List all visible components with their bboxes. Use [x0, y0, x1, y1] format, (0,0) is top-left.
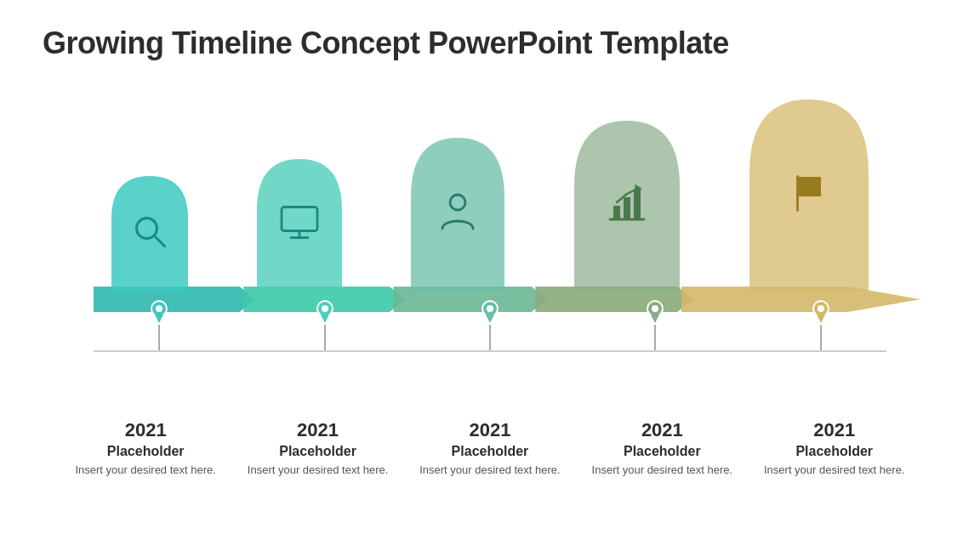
svg-point-31: [652, 305, 658, 312]
chart-icon: [605, 182, 649, 226]
tombstone-4: [566, 116, 689, 291]
tombstones-row: [43, 95, 937, 291]
slide: Growing Timeline Concept PowerPoint Temp…: [0, 0, 980, 551]
label-block-2: 2021 Placeholder Insert your desired tex…: [246, 419, 390, 478]
svg-marker-23: [155, 315, 163, 323]
timeline-baseline: [94, 350, 886, 352]
year-4: 2021: [641, 419, 683, 441]
tombstone-3: [402, 133, 513, 291]
placeholder-1: Placeholder: [107, 443, 185, 461]
label-block-1: 2021 Placeholder Insert your desired tex…: [73, 419, 218, 478]
placeholder-5: Placeholder: [795, 443, 873, 461]
svg-rect-17: [798, 179, 820, 196]
text-4: Insert your desired text here.: [592, 463, 732, 478]
year-5: 2021: [813, 419, 855, 441]
svg-point-28: [487, 305, 493, 312]
label-block-5: 2021 Placeholder Insert your desired tex…: [762, 419, 907, 478]
pin-5: [812, 299, 830, 350]
svg-marker-26: [321, 315, 329, 323]
label-block-3: 2021 Placeholder Insert your desired tex…: [418, 419, 562, 478]
search-icon: [130, 213, 168, 251]
pin-1: [150, 299, 168, 350]
monitor-icon: [278, 204, 321, 242]
year-2: 2021: [297, 419, 339, 441]
placeholder-3: Placeholder: [452, 443, 529, 461]
text-3: Insert your desired text here.: [419, 463, 560, 478]
tombstone-5: [741, 95, 877, 291]
svg-rect-7: [282, 207, 317, 231]
text-1: Insert your desired text here.: [75, 463, 215, 478]
svg-line-6: [154, 236, 164, 247]
timeline-area: 2021 Placeholder Insert your desired tex…: [43, 70, 937, 478]
text-2: Insert your desired text here.: [248, 463, 388, 478]
year-3: 2021: [469, 419, 510, 441]
svg-rect-12: [613, 206, 620, 219]
svg-rect-14: [634, 190, 641, 219]
labels-row: 2021 Placeholder Insert your desired tex…: [43, 419, 937, 478]
placeholder-2: Placeholder: [279, 443, 356, 461]
person-icon: [437, 191, 478, 234]
svg-marker-32: [651, 315, 659, 323]
svg-rect-13: [624, 197, 630, 219]
svg-marker-35: [817, 315, 825, 323]
svg-point-22: [156, 305, 162, 312]
svg-point-34: [818, 305, 824, 312]
tombstone-2: [248, 155, 350, 291]
pins-row: [43, 299, 937, 350]
label-block-4: 2021 Placeholder Insert your desired tex…: [590, 419, 734, 478]
year-1: 2021: [125, 419, 167, 441]
pin-4: [646, 299, 664, 350]
svg-marker-29: [486, 315, 494, 323]
page-title: Growing Timeline Concept PowerPoint Temp…: [43, 26, 937, 61]
pin-3: [481, 299, 499, 350]
svg-point-10: [450, 195, 465, 210]
svg-point-25: [322, 305, 328, 312]
placeholder-4: Placeholder: [624, 443, 701, 461]
flag-icon: [786, 170, 833, 217]
pin-2: [316, 299, 334, 350]
tombstone-1: [103, 172, 197, 291]
text-5: Insert your desired text here.: [764, 463, 904, 478]
